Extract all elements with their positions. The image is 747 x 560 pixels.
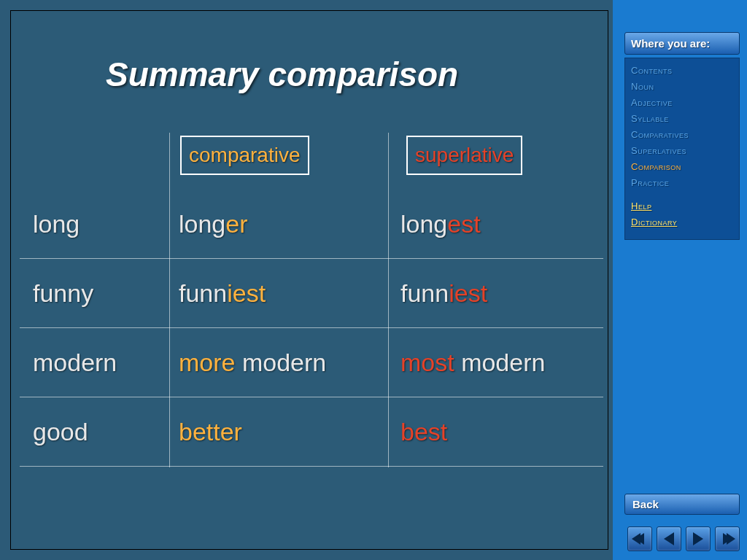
column-header-comparative: comparative (180, 136, 309, 175)
nav-arrows (627, 526, 740, 551)
slide-area: Summary comparison comparative superlati… (10, 10, 608, 550)
nav-item-comparison[interactable]: Comparison (631, 159, 733, 175)
app-stage: Summary comparison comparative superlati… (0, 0, 747, 560)
nav-last-button[interactable] (715, 526, 740, 551)
nav-first-button[interactable] (627, 526, 652, 551)
comparison-grid: comparative superlative longlongerlonges… (20, 190, 603, 467)
back-button[interactable]: Back (624, 494, 740, 515)
superlative-cell: most modern (400, 328, 605, 397)
nav-item-contents[interactable]: Contents (631, 63, 733, 79)
comparative-cell: funniest (179, 259, 383, 328)
superlative-cell: longest (400, 190, 605, 259)
base-word: long (33, 190, 164, 259)
table-row: modernmore modernmost modern (20, 328, 603, 397)
column-header-superlative: superlative (406, 136, 522, 175)
table-row: funnyfunniestfunniest (20, 259, 603, 328)
sidebar: Where you are: ContentsNounAdjectiveSyll… (624, 32, 740, 240)
slide-title: Summary comparison (106, 55, 458, 94)
nav-aux-help[interactable]: Help (631, 198, 733, 214)
nav-aux-dictionary[interactable]: Dictionary (631, 214, 733, 230)
nav-next-button[interactable] (686, 526, 711, 551)
superlative-cell: best (400, 397, 605, 467)
nav-item-syllable[interactable]: Syllable (631, 111, 733, 127)
table-row: longlongerlongest (20, 190, 603, 259)
nav-item-noun[interactable]: Noun (631, 79, 733, 95)
comparative-cell: more modern (179, 328, 383, 397)
comparative-cell: better (179, 397, 383, 467)
comparative-cell: longer (179, 190, 383, 259)
base-word: good (33, 397, 164, 467)
nav-item-practice[interactable]: Practice (631, 175, 733, 191)
nav-item-adjective[interactable]: Adjective (631, 95, 733, 111)
nav-list: ContentsNounAdjectiveSyllableComparative… (624, 58, 740, 240)
superlative-cell: funniest (400, 259, 605, 328)
nav-item-superlatives[interactable]: Superlatives (631, 143, 733, 159)
table-row: goodbetterbest (20, 397, 603, 467)
base-word: modern (33, 328, 164, 397)
sidebar-heading: Where you are: (624, 32, 740, 55)
base-word: funny (33, 259, 164, 328)
nav-item-comparatives[interactable]: Comparatives (631, 127, 733, 143)
nav-prev-button[interactable] (657, 526, 681, 551)
